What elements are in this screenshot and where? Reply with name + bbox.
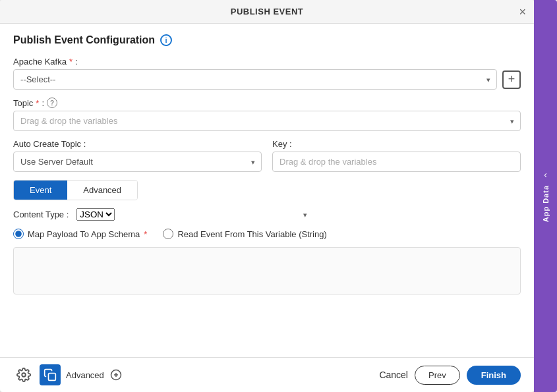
- svg-rect-1: [49, 374, 56, 381]
- copy-icon-button[interactable]: [40, 364, 61, 385]
- modal-body: Publish Event Configuration i Apache Kaf…: [0, 24, 534, 357]
- cancel-button[interactable]: Cancel: [379, 370, 408, 380]
- tab-advanced[interactable]: Advanced: [67, 181, 137, 200]
- content-type-select[interactable]: JSON: [76, 208, 115, 221]
- radio-read-label: Read Event From This Variable (String): [177, 229, 326, 239]
- footer-left: Advanced: [13, 364, 123, 385]
- radio-map-option[interactable]: Map Payload To App Schema *: [13, 229, 147, 239]
- info-icon[interactable]: i: [160, 34, 172, 46]
- auto-create-select[interactable]: Use Server Default: [13, 152, 262, 172]
- content-type-arrow: ▾: [303, 210, 307, 219]
- radio-read-input[interactable]: [163, 229, 173, 239]
- kafka-select-wrapper: --Select-- ▾: [13, 69, 497, 90]
- topic-drag-input[interactable]: Drag & drop the variables: [13, 111, 521, 131]
- payload-text-area[interactable]: [13, 247, 521, 294]
- close-button[interactable]: ×: [519, 6, 526, 18]
- topic-label: Topic * : ?: [13, 98, 521, 108]
- auto-create-col: Auto Create Topic : Use Server Default ▾: [13, 139, 262, 172]
- radio-read-option[interactable]: Read Event From This Variable (String): [163, 229, 326, 239]
- app-data-label: App Data: [542, 185, 550, 222]
- footer-advanced-label: Advanced: [66, 370, 104, 380]
- content-type-select-wrapper: JSON ▾: [76, 208, 314, 221]
- modal-header: PUBLISH EVENT ×: [0, 0, 534, 24]
- topic-required-star: *: [36, 98, 39, 108]
- key-label: Key :: [272, 139, 521, 149]
- content-type-label: Content Type :: [13, 210, 69, 219]
- apache-kafka-label: Apache Kafka * :: [13, 57, 521, 67]
- kafka-select[interactable]: --Select--: [13, 69, 497, 90]
- topic-row: Topic * : ? Drag & drop the variables ▾: [13, 98, 521, 131]
- auto-create-label: Auto Create Topic :: [13, 139, 262, 149]
- content-type-row: Content Type : JSON ▾: [13, 208, 521, 221]
- modal-footer: Advanced Cancel Prev Finish: [0, 357, 534, 392]
- finish-button[interactable]: Finish: [467, 366, 521, 385]
- topic-help-icon[interactable]: ?: [47, 98, 57, 108]
- key-input[interactable]: Drag & drop the variables: [272, 152, 521, 172]
- app-data-panel[interactable]: ‹ App Data: [534, 0, 557, 392]
- radio-map-input[interactable]: [13, 229, 24, 239]
- auto-create-select-wrapper: Use Server Default ▾: [13, 152, 262, 172]
- radio-row: Map Payload To App Schema * Read Event F…: [13, 229, 521, 239]
- footer-right: Cancel Prev Finish: [379, 366, 521, 385]
- prev-button[interactable]: Prev: [415, 366, 460, 385]
- chevron-left-icon: ‹: [544, 169, 547, 180]
- section-title-text: Publish Event Configuration: [13, 34, 155, 46]
- svg-point-0: [22, 373, 26, 377]
- auto-create-key-row: Auto Create Topic : Use Server Default ▾…: [13, 139, 521, 180]
- tab-event[interactable]: Event: [14, 181, 67, 200]
- kafka-input-group: --Select-- ▾ +: [13, 69, 521, 90]
- gear-icon-button[interactable]: [13, 364, 34, 385]
- key-col: Key : Drag & drop the variables: [272, 139, 521, 172]
- modal-title: PUBLISH EVENT: [231, 7, 304, 16]
- section-title-row: Publish Event Configuration i: [13, 34, 521, 46]
- tab-group: Event Advanced: [13, 180, 138, 200]
- advanced-plus-icon[interactable]: [109, 368, 123, 381]
- topic-input-wrapper: Drag & drop the variables ▾: [13, 111, 521, 131]
- kafka-required-star: *: [69, 57, 73, 67]
- apache-kafka-row: Apache Kafka * : --Select-- ▾ +: [13, 57, 521, 90]
- kafka-add-button[interactable]: +: [502, 70, 521, 89]
- radio-map-label: Map Payload To App Schema: [28, 229, 140, 239]
- radio-map-star: *: [144, 229, 147, 239]
